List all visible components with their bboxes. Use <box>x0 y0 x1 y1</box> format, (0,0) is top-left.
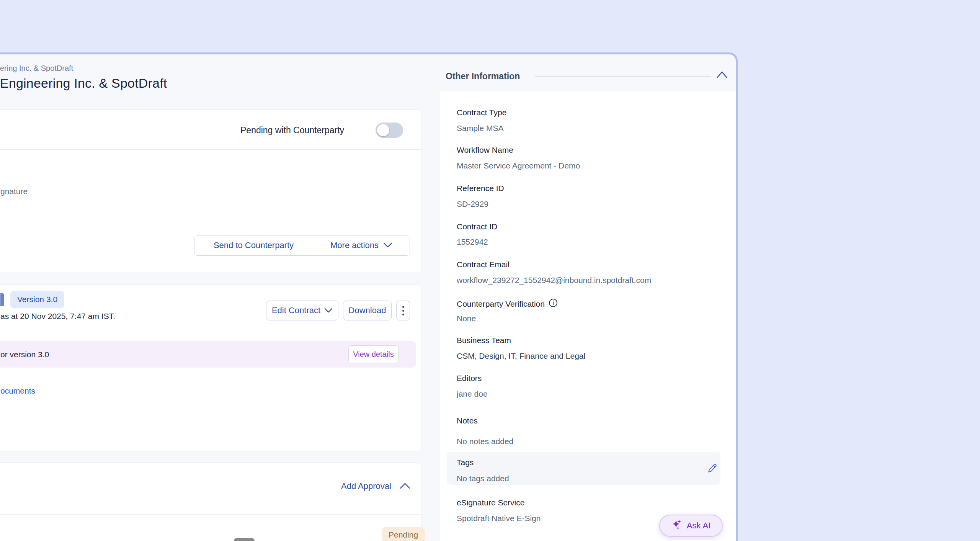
field-value-tags: No tags added <box>457 474 509 483</box>
send-to-counterparty-label: Send to Counterparty <box>214 240 294 250</box>
approval-card: Add Approval Pending <box>0 463 422 541</box>
field-value-contract-email: workflow_239272_1552942@inbound.in.spotd… <box>457 276 651 285</box>
field-value-notes: No notes added <box>457 437 513 446</box>
chevron-down-icon <box>383 240 392 250</box>
pending-status-badge: Pending <box>382 527 425 541</box>
field-label-esignature-service: eSignature Service <box>457 498 524 507</box>
other-information-panel: Contract Type Sample MSA Workflow Name M… <box>440 92 736 541</box>
more-actions-button[interactable]: More actions <box>313 235 410 255</box>
field-label-counterparty-verification: Counterparty Verification <box>457 298 558 309</box>
ask-ai-label: Ask AI <box>687 521 710 531</box>
field-value-contract-type: Sample MSA <box>457 124 504 133</box>
field-label-tags: Tags <box>457 458 474 467</box>
banner-text: or version 3.0 <box>0 350 49 359</box>
kebab-dot <box>402 306 404 308</box>
documents-link[interactable]: ocuments <box>0 386 35 396</box>
field-value-contract-id: 1552942 <box>457 237 488 247</box>
add-approval-button[interactable]: Add Approval <box>341 481 410 491</box>
breadcrumb[interactable]: ering Inc. & SpotDraft <box>0 64 73 73</box>
field-value-business-team: CSM, Design, IT, Finance and Legal <box>457 351 585 361</box>
field-label-business-team: Business Team <box>457 336 511 345</box>
send-to-counterparty-button[interactable]: Send to Counterparty <box>194 235 313 255</box>
page-title: Engineering Inc. & SpotDraft <box>0 76 167 91</box>
ask-ai-button[interactable]: Ask AI <box>659 515 723 537</box>
field-value-workflow-name: Master Service Agreement - Demo <box>457 161 580 170</box>
version-icon <box>0 293 4 306</box>
edit-contract-label: Edit Contract <box>272 306 320 315</box>
counterparty-actions: Send to Counterparty More actions <box>194 235 410 256</box>
divider <box>0 149 421 150</box>
sparkle-icon <box>671 519 682 532</box>
field-label-contract-email: Contract Email <box>457 260 510 269</box>
kebab-menu-button[interactable] <box>396 301 410 320</box>
screen: ering Inc. & SpotDraft Engineering Inc. … <box>0 0 980 541</box>
more-actions-label: More actions <box>330 240 379 250</box>
kebab-dot <box>402 310 404 312</box>
kebab-dot <box>402 314 404 315</box>
approver-avatar <box>234 538 255 541</box>
pending-with-counterparty-toggle[interactable] <box>376 123 403 138</box>
chevron-up-icon <box>400 481 410 491</box>
divider <box>0 374 421 374</box>
download-button[interactable]: Download <box>343 301 392 320</box>
pending-with-counterparty-label: Pending with Counterparty <box>240 125 344 136</box>
field-label-reference-id: Reference ID <box>457 184 504 193</box>
version-card: Version 3.0 as at 20 Nov 2025, 7:47 am I… <box>0 284 422 451</box>
field-value-editors: jane doe <box>457 389 488 399</box>
collapse-panel-button[interactable] <box>716 70 728 80</box>
field-label-notes: Notes <box>457 416 478 425</box>
field-label-contract-type: Contract Type <box>457 108 506 117</box>
download-label: Download <box>349 306 386 315</box>
version-badge: Version 3.0 <box>10 291 64 308</box>
add-approval-label: Add Approval <box>341 481 391 491</box>
counterparty-verification-text: Counterparty Verification <box>457 299 545 309</box>
field-value-reference-id: SD-2929 <box>457 199 488 209</box>
other-information-title: Other Information <box>446 71 520 82</box>
version-timestamp: as at 20 Nov 2025, 7:47 am IST. <box>0 312 115 321</box>
field-label-editors: Editors <box>457 374 482 383</box>
field-label-contract-id: Contract ID <box>457 222 497 231</box>
divider <box>535 76 711 77</box>
chevron-down-icon <box>324 306 333 315</box>
info-icon[interactable] <box>549 298 558 309</box>
edit-contract-button[interactable]: Edit Contract <box>266 301 338 320</box>
field-label-workflow-name: Workflow Name <box>457 145 513 155</box>
edit-tags-pencil-icon[interactable] <box>706 462 718 474</box>
signature-step-label: gnature <box>0 187 28 196</box>
view-details-button[interactable]: View details <box>348 345 399 363</box>
version-info-banner: or version 3.0 View details <box>0 341 416 368</box>
field-value-esignature-service: Spotdraft Native E-Sign <box>457 514 541 523</box>
status-card: Pending with Counterparty gnature Send t… <box>0 110 422 273</box>
divider <box>0 514 421 515</box>
toggle-knob <box>377 124 389 136</box>
field-value-counterparty-verification: None <box>457 314 476 323</box>
